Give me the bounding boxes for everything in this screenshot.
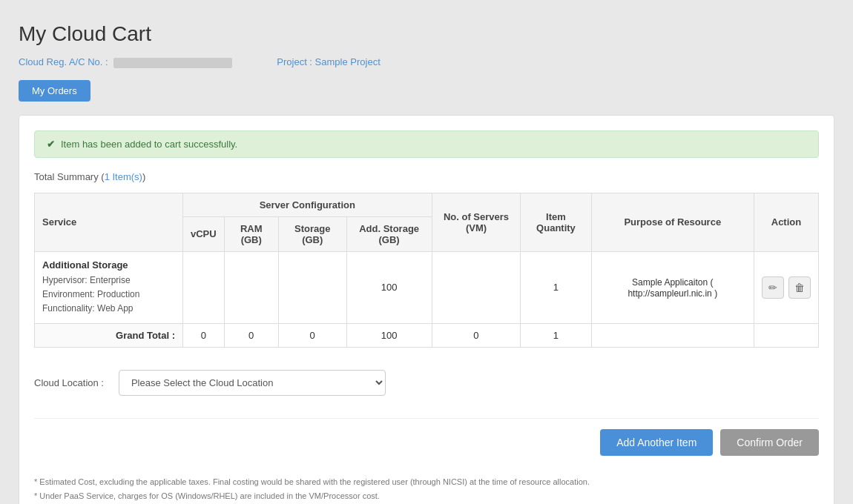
th-action: Action bbox=[754, 193, 818, 251]
service-name: Additional Storage bbox=[42, 259, 175, 271]
summary-label-end: ) bbox=[142, 171, 145, 182]
th-vcpu: vCPU bbox=[183, 216, 225, 251]
table-row: Additional Storage Hypervisor: Enterpris… bbox=[35, 251, 819, 324]
action-buttons: ✏ 🗑 bbox=[762, 276, 811, 299]
page-title: My Cloud Cart bbox=[19, 22, 834, 46]
confirm-order-button[interactable]: Confirm Order bbox=[720, 429, 819, 456]
footer-notes: * Estimated Cost, excluding the applicab… bbox=[34, 475, 819, 504]
service-cell: Additional Storage Hypervisor: Enterpris… bbox=[35, 251, 183, 324]
gt-ram: 0 bbox=[224, 324, 278, 348]
delete-button[interactable]: 🗑 bbox=[788, 276, 811, 299]
th-item-quantity: Item Quantity bbox=[521, 193, 591, 251]
footer-note-2: * Under PaaS Service, charges for OS (Wi… bbox=[34, 489, 819, 503]
th-storage: Storage (GB) bbox=[278, 216, 346, 251]
th-add-storage: Add. Storage (GB) bbox=[346, 216, 432, 251]
page-wrapper: My Cloud Cart Cloud Reg. A/C No. : Proje… bbox=[19, 22, 834, 504]
gt-add-storage: 100 bbox=[346, 324, 432, 348]
account-info: Cloud Reg. A/C No. : bbox=[19, 56, 232, 68]
footer-note-1: * Estimated Cost, excluding the applicab… bbox=[34, 475, 819, 489]
th-no-of-servers: No. of Servers (VM) bbox=[432, 193, 521, 251]
cloud-location-select[interactable]: Please Select the Cloud Location bbox=[119, 370, 386, 396]
success-banner: ✔ Item has been added to cart successful… bbox=[34, 130, 819, 158]
add-another-button[interactable]: Add Another Item bbox=[600, 429, 713, 456]
service-environment: Environment: Production bbox=[42, 288, 175, 302]
grand-total-label: Grand Total : bbox=[35, 324, 183, 348]
cloud-location-label: Cloud Location : bbox=[34, 377, 104, 388]
meta-row: Cloud Reg. A/C No. : Project : Sample Pr… bbox=[19, 56, 834, 68]
th-server-config: Server Configuration bbox=[183, 193, 432, 216]
row-purpose: Sample Applicaiton ( http://sampleurl.ni… bbox=[591, 251, 754, 324]
service-hypervisor: Hypervisor: Enterprise bbox=[42, 273, 175, 288]
gt-purpose bbox=[591, 324, 754, 348]
purpose-text: Sample Applicaiton ( http://sampleurl.ni… bbox=[628, 277, 717, 299]
summary-label: Total Summary ( bbox=[34, 171, 105, 182]
gt-storage: 0 bbox=[278, 324, 346, 348]
row-storage bbox=[278, 251, 346, 324]
th-purpose: Purpose of Resource bbox=[591, 193, 754, 251]
project-info: Project : Sample Project bbox=[277, 56, 380, 68]
checkmark-icon: ✔ bbox=[47, 139, 55, 150]
success-message: Item has been added to cart successfully… bbox=[61, 139, 237, 150]
row-no-of-servers bbox=[432, 251, 521, 324]
service-functionality: Functionality: Web App bbox=[42, 302, 175, 316]
cloud-location-row: Cloud Location : Please Select the Cloud… bbox=[34, 362, 819, 403]
th-ram: RAM (GB) bbox=[224, 216, 278, 251]
gt-item-quantity: 1 bbox=[521, 324, 591, 348]
row-vcpu bbox=[183, 251, 225, 324]
project-label: Project : Sample Project bbox=[277, 56, 380, 67]
cart-table: Service Server Configuration No. of Serv… bbox=[34, 193, 819, 348]
row-add-storage: 100 bbox=[346, 251, 432, 324]
grand-total-row: Grand Total : 0 0 0 100 0 1 bbox=[35, 324, 819, 348]
footer-buttons: Add Another Item Confirm Order bbox=[34, 418, 819, 463]
item-count-link[interactable]: 1 Item(s) bbox=[105, 171, 142, 182]
row-action: ✏ 🗑 bbox=[754, 251, 818, 324]
main-card: ✔ Item has been added to cart successful… bbox=[19, 115, 834, 504]
row-ram bbox=[224, 251, 278, 324]
row-item-quantity: 1 bbox=[521, 251, 591, 324]
gt-no-of-servers: 0 bbox=[432, 324, 521, 348]
gt-vcpu: 0 bbox=[183, 324, 225, 348]
gt-action bbox=[754, 324, 818, 348]
account-value bbox=[113, 58, 232, 68]
edit-button[interactable]: ✏ bbox=[762, 276, 784, 299]
my-orders-button[interactable]: My Orders bbox=[19, 80, 90, 102]
total-summary: Total Summary (1 Item(s)) bbox=[34, 171, 819, 182]
account-label: Cloud Reg. A/C No. : bbox=[19, 56, 108, 67]
th-service: Service bbox=[35, 193, 183, 251]
